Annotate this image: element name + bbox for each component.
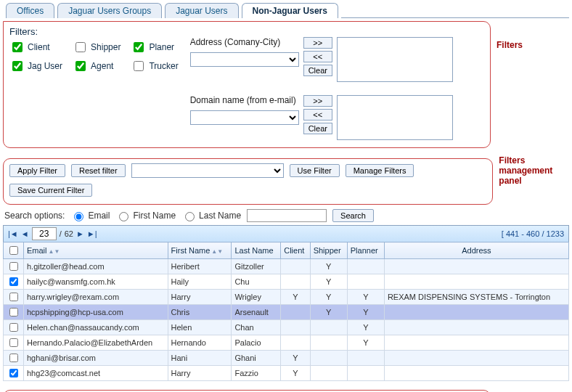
row-checkbox[interactable] (9, 369, 18, 377)
chk-jag-user-label: Jag User (28, 61, 62, 71)
domain-remove-button[interactable]: << (303, 109, 332, 121)
row-checkbox[interactable] (9, 293, 18, 301)
col-planner[interactable]: Planner (347, 242, 384, 259)
col-first-name[interactable]: First Name▲▼ (168, 242, 232, 259)
search-opt-last[interactable]: Last Name (181, 210, 241, 221)
manage-filters-button[interactable]: Manage Filters (346, 164, 414, 177)
search-opt-last-label: Last Name (199, 211, 241, 221)
chk-planer-input[interactable] (134, 42, 144, 52)
search-options-row: Search options: Email First Name Last Na… (4, 209, 569, 222)
domain-listbox[interactable] (337, 95, 453, 140)
reset-filter-button[interactable]: Reset filter (71, 164, 126, 177)
cell-shipper: Y (310, 274, 347, 290)
filters-checkboxes: Client Shipper Planer Jag User Agent Tru… (9, 37, 179, 73)
row-checkbox[interactable] (9, 323, 18, 332)
address-combo[interactable] (190, 52, 299, 67)
save-current-filter-button[interactable]: Save Current Filter (9, 184, 92, 197)
domain-clear-button[interactable]: Clear (303, 123, 332, 134)
cell-last-name: Gitzoller (232, 259, 281, 274)
search-opt-email[interactable]: Email (70, 210, 110, 221)
chk-trucker-input[interactable] (134, 61, 144, 71)
tab-jaguar-users[interactable]: Jaguar Users (165, 3, 238, 18)
col-email[interactable]: Email▲▼ (24, 242, 168, 259)
search-opt-first[interactable]: First Name (115, 210, 176, 221)
cell-address (384, 335, 568, 351)
chk-agent-input[interactable] (75, 61, 86, 71)
address-listbox[interactable] (337, 37, 453, 82)
chk-agent[interactable]: Agent (73, 59, 120, 73)
cell-first-name: Heribert (168, 259, 232, 274)
col-shipper[interactable]: Shipper (310, 242, 347, 259)
table-row[interactable]: Helen.chan@nassaucandy.comHelenChanY (4, 320, 569, 335)
col-last-name[interactable]: Last Name (232, 242, 281, 259)
table-row[interactable]: h.gitzoller@head.comHeribertGitzollerY (4, 259, 569, 274)
cell-address (384, 320, 568, 335)
users-table: Email▲▼ First Name▲▼ Last Name Client Sh… (3, 242, 569, 381)
row-checkbox[interactable] (9, 338, 18, 347)
actions-side-label: Actions management (497, 387, 569, 392)
row-checkbox[interactable] (9, 354, 18, 362)
domain-combo[interactable] (190, 110, 299, 125)
col-client[interactable]: Client (281, 242, 310, 259)
pager-bar: |◄ ◄ / 62 ► ►| [ 441 - 460 / 1233 (3, 225, 569, 242)
next-page-icon[interactable]: ► (76, 229, 84, 238)
page-sep: / (60, 229, 62, 238)
table-row[interactable]: hailyc@wansmfg.com.hkHailyChuY (4, 274, 569, 290)
row-checkbox[interactable] (9, 308, 18, 317)
prev-page-icon[interactable]: ◄ (21, 229, 29, 238)
tab-non-jaguar-users[interactable]: Non-Jaguar Users (242, 3, 338, 18)
address-clear-button[interactable]: Clear (303, 65, 332, 76)
col-address[interactable]: Address (384, 242, 568, 259)
cell-client (281, 320, 310, 335)
address-remove-button[interactable]: << (303, 51, 332, 62)
saved-filters-select[interactable] (131, 163, 284, 178)
cell-planner (347, 259, 384, 274)
cell-client (281, 259, 310, 274)
apply-filter-button[interactable]: Apply Filter (9, 164, 65, 177)
chk-shipper[interactable]: Shipper (73, 40, 120, 54)
search-button[interactable]: Search (332, 209, 374, 222)
table-row[interactable]: hghani@brisar.comHaniGhaniY (4, 351, 569, 366)
domain-add-button[interactable]: >> (303, 95, 332, 107)
chk-trucker[interactable]: Trucker (131, 59, 178, 73)
cell-first-name: Hernando (168, 335, 232, 351)
address-add-button[interactable]: >> (303, 37, 332, 49)
cell-client: Y (281, 366, 310, 381)
search-opt-last-input[interactable] (185, 212, 195, 221)
col-checkbox[interactable] (4, 242, 24, 259)
filters-panel: Filters: Client Shipper Planer Jag User … (3, 21, 491, 148)
chk-client-input[interactable] (12, 42, 23, 52)
select-all-checkbox[interactable] (9, 246, 18, 255)
table-row[interactable]: Hernando.Palacio@ElizabethArdenHernandoP… (4, 335, 569, 351)
chk-jag-user[interactable]: Jag User (9, 59, 62, 73)
table-row[interactable]: hcpshipping@hcp-usa.comChrisArsenaultYY (4, 305, 569, 320)
cell-planner (347, 366, 384, 381)
row-checkbox[interactable] (9, 262, 18, 271)
tab-offices[interactable]: Offices (6, 3, 54, 18)
page-input[interactable] (32, 227, 57, 240)
col-first-label: First Name (171, 246, 211, 255)
last-page-icon[interactable]: ►| (87, 229, 97, 238)
cell-shipper: Y (310, 290, 347, 305)
cell-first-name: Harry (168, 366, 232, 381)
use-filter-button[interactable]: Use Filter (290, 164, 340, 177)
chk-jag-user-input[interactable] (12, 61, 23, 71)
search-opt-first-input[interactable] (119, 212, 128, 221)
tab-jaguar-users-groups[interactable]: Jaguar Users Groups (57, 3, 162, 18)
search-input[interactable] (247, 209, 327, 222)
tab-spacer (341, 4, 569, 18)
search-opt-email-input[interactable] (74, 212, 83, 221)
chk-planer[interactable]: Planer (131, 40, 178, 54)
chk-client[interactable]: Client (9, 40, 62, 54)
row-checkbox[interactable] (9, 277, 18, 286)
table-row[interactable]: harry.wrigley@rexam.comHarryWrigleyYYYRE… (4, 290, 569, 305)
cell-address: REXAM DISPENSING SYSTEMS - Torrington (384, 290, 568, 305)
cell-first-name: Harry (168, 290, 232, 305)
first-page-icon[interactable]: |◄ (8, 229, 18, 238)
table-row[interactable]: hhg23@comcast.netHarryFazzioY (4, 366, 569, 381)
cell-first-name: Hani (168, 351, 232, 366)
address-label: Address (Comany-City) (190, 37, 299, 47)
mgmt-side-label-1: Filters (499, 155, 569, 166)
chk-shipper-input[interactable] (75, 42, 86, 52)
cell-email: hailyc@wansmfg.com.hk (24, 274, 168, 290)
